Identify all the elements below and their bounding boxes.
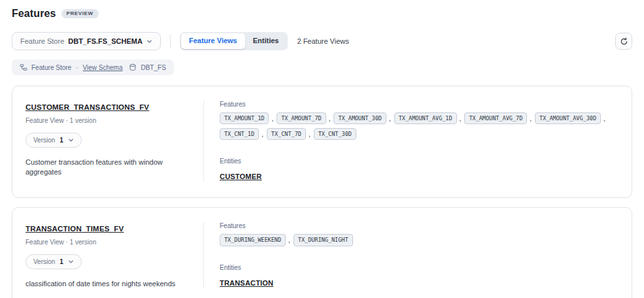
schema-icon [20,63,27,71]
feature-store-select-value: DBT_FS.FS_SCHEMA [68,37,143,45]
chip-separator: , [389,115,391,122]
feature-store-select-label: Feature Store [20,37,64,45]
breadcrumb-database-name: DBT_FS [141,64,165,71]
feature-view-card: TRANSACTION_TIMES_FV Feature View · 1 ve… [12,207,632,298]
feature-view-subtitle: Feature View · 1 version [25,117,190,124]
feature-view-title-link[interactable]: CUSTOMER_TRANSACTIONS_FV [25,103,149,111]
chip-separator: , [271,115,273,122]
breadcrumb-store-label: Feature Store [31,64,71,71]
version-select-value: 1 [59,258,63,265]
database-icon [129,63,137,71]
chip-separator: , [288,237,290,244]
feature-chip: TX_DURING_WEEKEND [220,234,286,246]
preview-badge: PREVIEW [61,9,99,18]
feature-view-cards: CUSTOMER_TRANSACTIONS_FV Feature View · … [12,86,632,298]
features-page: Features PREVIEW Feature Store DBT_FS.FS… [0,0,644,298]
chip-separator: , [262,131,263,138]
chip-separator: , [309,131,311,138]
feature-chip: TX_CNT_30D [314,128,356,140]
chevron-down-icon [68,259,74,265]
feature-chip: TX_AMOUNT_30D [333,112,386,124]
view-schema-link[interactable]: View Schema [83,64,123,71]
entity-link-list: CUSTOMER [220,170,616,182]
feature-view-title-link[interactable]: TRANSACTION_TIMES_FV [25,225,124,233]
toolbar-divider [170,35,171,48]
chip-separator: , [329,115,331,122]
feature-chip: TX_DURING_NIGHT [294,234,353,246]
page-title: Features [12,8,56,20]
chevron-down-icon [68,137,74,143]
breadcrumb: Feature Store · View Schema DBT_FS [12,59,174,75]
toolbar: Feature Store DBT_FS.FS_SCHEMA Feature V… [12,32,632,50]
card-summary: CUSTOMER_TRANSACTIONS_FV Feature View · … [12,86,203,197]
version-select-value: 1 [59,137,63,144]
card-details: Features TX_AMOUNT_1D,TX_AMOUNT_7D,TX_AM… [204,86,632,197]
feature-views-count: 2 Feature Views [297,37,348,45]
tab-entities[interactable]: Entities [245,33,287,48]
refresh-icon [620,37,628,46]
feature-view-description: classification of date times for nights … [25,279,186,289]
feature-chip: TX_AMOUNT_7D [277,112,326,124]
entity-link[interactable]: TRANSACTION [220,279,273,287]
chevron-down-icon [146,39,152,44]
feature-chip: TX_AMOUNT_AVG_30D [535,112,601,124]
chip-separator: , [530,115,532,122]
tab-feature-views[interactable]: Feature Views [181,33,245,48]
features-section-label: Features [220,222,616,229]
feature-view-subtitle: Feature View · 1 version [25,239,190,246]
chip-separator: , [460,115,462,122]
chip-separator: , [603,115,605,122]
view-tabs: Feature Views Entities [180,32,288,50]
feature-view-description: Customer transaction features with windo… [25,157,186,177]
card-summary: TRANSACTION_TIMES_FV Feature View · 1 ve… [12,208,203,298]
feature-chip: TX_CNT_7D [267,128,306,140]
entities-section: Entities CUSTOMER [220,157,616,182]
entity-link[interactable]: CUSTOMER [220,173,262,180]
feature-chip-list: TX_AMOUNT_1D,TX_AMOUNT_7D,TX_AMOUNT_30D,… [220,112,616,140]
feature-chip: TX_AMOUNT_1D [220,112,269,124]
version-select[interactable]: Version 1 [25,254,82,269]
feature-chip: TX_AMOUNT_AVG_7D [464,112,527,124]
refresh-button[interactable] [615,33,632,50]
version-select-label: Version [33,258,55,265]
breadcrumb-separator: · [76,64,78,71]
entities-section: Entities TRANSACTION [220,264,616,288]
version-select-label: Version [33,137,55,144]
feature-chip: TX_CNT_1D [220,128,259,140]
feature-chip: TX_AMOUNT_AVG_1D [394,112,457,124]
feature-chip-list: TX_DURING_WEEKEND,TX_DURING_NIGHT [220,234,616,246]
feature-view-card: CUSTOMER_TRANSACTIONS_FV Feature View · … [12,86,632,198]
entity-link-list: TRANSACTION [220,276,616,288]
entities-section-label: Entities [220,264,616,271]
page-header: Features PREVIEW [12,8,632,20]
features-section-label: Features [220,101,616,108]
card-details: Features TX_DURING_WEEKEND,TX_DURING_NIG… [204,208,632,298]
feature-store-select[interactable]: Feature Store DBT_FS.FS_SCHEMA [12,32,161,50]
version-select[interactable]: Version 1 [25,133,82,148]
entities-section-label: Entities [220,157,616,165]
